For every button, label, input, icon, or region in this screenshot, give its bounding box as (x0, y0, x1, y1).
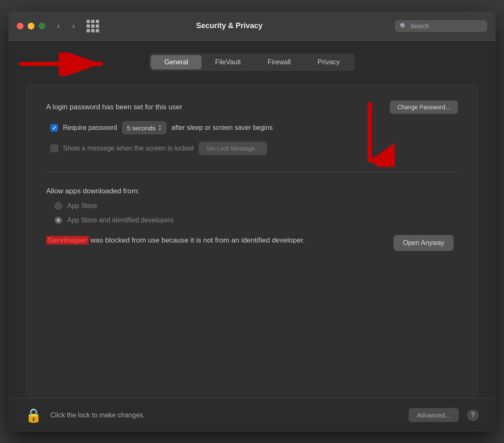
back-button[interactable]: ‹ (52, 20, 65, 32)
lock-text: Click the lock to make changes. (50, 411, 400, 419)
tab-firewall[interactable]: Firewall (254, 55, 304, 69)
show-message-label: Show a message when the screen is locked (63, 145, 194, 152)
lock-icon[interactable]: 🔒 (25, 407, 42, 423)
tab-filevault[interactable]: FileVault (202, 55, 254, 69)
radio-app-store-label: App Store (67, 202, 97, 210)
tab-general[interactable]: General (151, 55, 202, 69)
open-anyway-button[interactable]: Open Anyway (394, 235, 454, 251)
require-password-label: Require password (63, 124, 117, 132)
annotation-arrow-right (17, 53, 109, 76)
allow-apps-label: Allow apps downloaded from: (46, 187, 458, 195)
search-icon: 🔍 (400, 23, 407, 29)
lock-message-row: Show a message when the screen is locked… (46, 142, 458, 155)
blocked-app-section: Servihelper was blocked from use because… (46, 235, 458, 251)
advanced-button[interactable]: Advanced... (409, 408, 459, 422)
search-box[interactable]: 🔍 (395, 20, 487, 32)
main-window: ‹ › Security & Privacy 🔍 General (8, 11, 496, 432)
radio-app-store-devs[interactable] (55, 216, 62, 224)
annotation-arrow-down (344, 100, 395, 167)
fullscreen-button[interactable] (39, 23, 45, 29)
blocked-app-name: Servihelper (46, 236, 89, 245)
password-line-text: A login password has been set for this u… (46, 103, 381, 111)
password-row: A login password has been set for this u… (46, 100, 458, 114)
show-message-checkbox[interactable] (50, 145, 58, 152)
password-section: A login password has been set for this u… (46, 100, 458, 172)
radio-app-store-devs-row: App Store and identified developers (46, 216, 458, 224)
radio-app-store-row: App Store (46, 202, 458, 210)
help-button[interactable]: ? (467, 409, 479, 421)
content-area: General FileVault Firewall Privacy A log… (8, 41, 496, 398)
bottom-bar: 🔒 Click the lock to make changes. Advanc… (8, 398, 496, 432)
after-sleep-label: after sleep or screen saver begins (171, 124, 273, 132)
password-interval-value: 5 seconds (127, 124, 155, 132)
minimize-button[interactable] (28, 23, 34, 29)
radio-app-store[interactable] (55, 202, 62, 210)
tab-privacy[interactable]: Privacy (304, 55, 353, 69)
set-lock-message-button[interactable]: Set Lock Message... (199, 142, 267, 155)
require-password-checkbox[interactable]: ✓ (50, 124, 58, 132)
tab-bar: General FileVault Firewall Privacy (149, 53, 355, 71)
close-button[interactable] (17, 23, 24, 29)
checkmark-icon: ✓ (52, 125, 57, 131)
select-arrows-icon: ▲ ▼ (158, 124, 162, 132)
blocked-message-text: was blocked from use because it is not f… (89, 236, 305, 244)
settings-panel: A login password has been set for this u… (25, 84, 479, 398)
password-interval-select[interactable]: 5 seconds ▲ ▼ (122, 121, 166, 134)
radio-app-store-devs-label: App Store and identified developers (67, 216, 174, 224)
blocked-app-text: Servihelper was blocked from use because… (46, 235, 385, 246)
window-title: Security & Privacy (64, 21, 395, 30)
require-row: ✓ Require password 5 seconds ▲ ▼ after s… (46, 121, 458, 134)
change-password-button[interactable]: Change Password... (390, 100, 458, 114)
downloads-section: Allow apps downloaded from: App Store Ap… (46, 172, 458, 251)
search-input[interactable] (410, 23, 482, 29)
titlebar: ‹ › Security & Privacy 🔍 (8, 11, 496, 41)
traffic-lights (17, 23, 45, 29)
